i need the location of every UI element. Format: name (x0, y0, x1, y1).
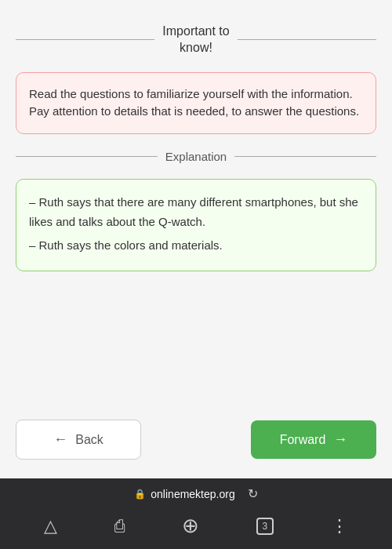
explanation-title: Explanation (165, 150, 227, 163)
navigation-bar: ← Back Forward → (0, 404, 392, 478)
browser-back-button[interactable]: △ (34, 513, 67, 540)
browser-menu-button[interactable]: ⋮ (321, 513, 358, 540)
main-content: Important toknow! Read the questions to … (0, 0, 392, 404)
tab-count-badge: 3 (256, 518, 274, 535)
forward-arrow-icon: → (333, 431, 347, 448)
header-line-left (16, 39, 154, 40)
back-button[interactable]: ← Back (16, 420, 141, 460)
browser-add-button[interactable]: ⊕ (172, 511, 209, 541)
browser-controls: △ ⎙ ⊕ 3 ⋮ (16, 507, 376, 544)
url-text: onlinemektep.org (151, 488, 234, 500)
back-label: Back (75, 433, 103, 447)
explanation-line-left (16, 156, 158, 157)
explanation-point-1: – Ruth says that there are many differen… (29, 192, 363, 232)
important-header: Important toknow! (16, 24, 376, 56)
info-box-text: Read the questions to familiarize yourse… (29, 87, 359, 118)
browser-url-row: 🔒 onlinemektep.org ↻ (16, 486, 376, 501)
forward-button[interactable]: Forward → (251, 420, 376, 459)
lock-icon: 🔒 (134, 489, 146, 500)
explanation-header: Explanation (16, 150, 376, 163)
browser-tabs-button[interactable]: 3 (247, 514, 283, 538)
header-title: Important toknow! (162, 24, 229, 56)
explanation-point-2: – Ruth says the colors and materials. (29, 235, 363, 256)
forward-label: Forward (280, 433, 326, 447)
explanation-line-right (234, 156, 376, 157)
browser-share-button[interactable]: ⎙ (105, 513, 134, 540)
header-line-right (238, 39, 376, 40)
browser-bar: 🔒 onlinemektep.org ↻ △ ⎙ ⊕ 3 ⋮ (0, 478, 392, 549)
explanation-box: – Ruth says that there are many differen… (16, 179, 376, 272)
refresh-icon[interactable]: ↻ (248, 486, 258, 501)
info-box: Read the questions to familiarize yourse… (16, 72, 376, 134)
back-arrow-icon: ← (53, 431, 67, 448)
